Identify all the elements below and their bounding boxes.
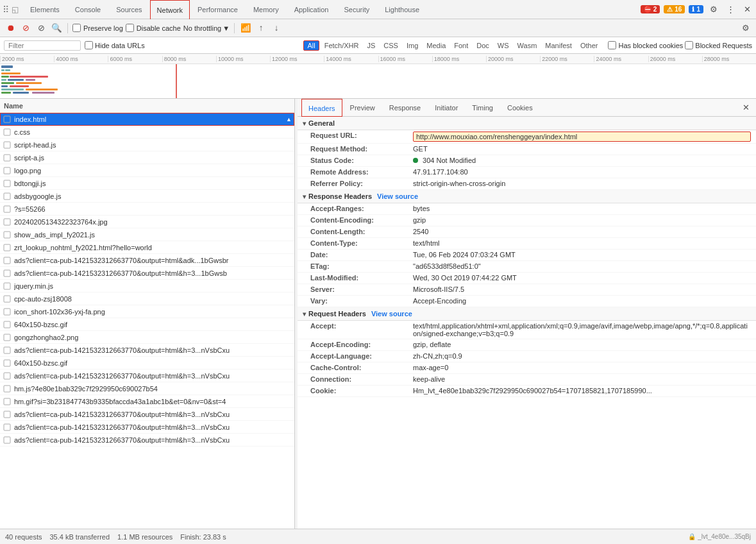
export-button[interactable]: ↓: [270, 22, 283, 35]
status-bar: 40 requests 35.4 kB transferred 1.1 MB r…: [0, 529, 756, 544]
filter-wasm-button[interactable]: Wasm: [514, 41, 541, 50]
file-row-ads2[interactable]: ads?client=ca-pub-1421532312663770&outpu…: [0, 267, 294, 280]
file-row-index-html[interactable]: index.html ▲: [0, 113, 294, 126]
svg-rect-13: [1, 89, 24, 90]
svg-rect-27: [4, 219, 10, 225]
view-source-response-link[interactable]: View source: [377, 192, 418, 200]
svg-rect-7: [8, 79, 24, 81]
hide-data-urls-checkbox[interactable]: [85, 41, 93, 49]
filter-js-button[interactable]: JS: [364, 41, 378, 50]
filter-all-button[interactable]: All: [303, 40, 319, 51]
tab-response[interactable]: Response: [383, 99, 428, 117]
throttle-dropdown[interactable]: No throttling ▼: [183, 24, 230, 32]
search-button[interactable]: 🔍: [50, 22, 63, 35]
svg-rect-6: [1, 79, 6, 81]
file-row-ads7[interactable]: ads?client=ca-pub-1421532312663770&outpu…: [0, 434, 294, 446]
tab-console[interactable]: Console: [67, 0, 108, 19]
blocked-cookies-label[interactable]: Has blocked cookies: [608, 41, 683, 49]
file-row-script-head-js[interactable]: script-head.js: [0, 139, 294, 151]
file-row-icon-short-png[interactable]: icon_short-102x36-yxj-fa.png: [0, 305, 294, 318]
disable-cache-label[interactable]: Disable cache: [126, 24, 181, 32]
filter-manifest-button[interactable]: Manifest: [542, 41, 575, 50]
file-row-gongzhonghao2-png[interactable]: gongzhonghao2.png: [0, 331, 294, 344]
file-row-jquery-min-js[interactable]: jquery.min.js: [0, 280, 294, 293]
filter-img-button[interactable]: Img: [403, 41, 421, 50]
svg-rect-33: [4, 296, 10, 302]
file-row-show-ads-js[interactable]: show_ads_impl_fy2021.js: [0, 228, 294, 241]
file-row-ads3[interactable]: ads?client=ca-pub-1421532312663770&outpu…: [0, 344, 294, 357]
network-settings-button[interactable]: ⚙: [739, 22, 752, 35]
devtools-tab-bar: ⠿ ◱ Elements Console Sources Network Per…: [0, 0, 756, 19]
tab-memory[interactable]: Memory: [246, 0, 287, 19]
blocked-requests-checkbox[interactable]: [685, 41, 693, 49]
hide-data-urls-label[interactable]: Hide data URLs: [85, 41, 145, 49]
stop-button[interactable]: ⊘: [19, 22, 32, 35]
timeline-chart[interactable]: [0, 64, 756, 99]
filter-css-button[interactable]: CSS: [380, 41, 401, 50]
blocked-cookies-checkbox[interactable]: [608, 41, 616, 49]
response-headers-section-header[interactable]: ▾ Response Headers View source: [298, 190, 756, 203]
request-headers-section-header[interactable]: ▾ Request Headers View source: [298, 307, 756, 321]
general-section-header[interactable]: ▾ General: [298, 117, 756, 130]
file-icon-gif3: [3, 397, 12, 406]
more-button[interactable]: ⋮: [724, 3, 737, 16]
file-icon-png2: [3, 307, 12, 316]
tick-9: 20000 ms: [486, 56, 540, 62]
preserve-log-checkbox[interactable]: [72, 24, 81, 32]
tick-1: 4000 ms: [54, 56, 108, 62]
filter-font-button[interactable]: Font: [451, 41, 471, 50]
close-button[interactable]: ✕: [741, 3, 753, 16]
file-row-c-css[interactable]: c.css: [0, 126, 294, 139]
svg-rect-2: [5, 69, 10, 71]
tab-network[interactable]: Network: [150, 0, 190, 19]
tab-preview[interactable]: Preview: [344, 99, 382, 117]
view-source-request-link[interactable]: View source: [371, 310, 412, 318]
file-row-ads5[interactable]: ads?client=ca-pub-1421532312663770&outpu…: [0, 408, 294, 421]
file-row-logo-png[interactable]: logo.png: [0, 164, 294, 177]
tick-10: 22000 ms: [540, 56, 594, 62]
disable-cache-checkbox[interactable]: [126, 24, 134, 32]
filter-input[interactable]: [4, 40, 81, 51]
tab-security[interactable]: Security: [336, 0, 377, 19]
tab-headers[interactable]: Headers: [301, 99, 342, 117]
filter-doc-button[interactable]: Doc: [473, 41, 492, 50]
settings-button[interactable]: ⚙: [707, 3, 720, 16]
tab-cookies[interactable]: Cookies: [501, 99, 539, 117]
file-row-hm-gif[interactable]: hm.gif?si=3b231847743b9335bfaccda43a1abc…: [0, 395, 294, 408]
file-icon-ads5: [3, 410, 12, 419]
file-row-jpg1[interactable]: 20240205134322323764x.jpg: [0, 216, 294, 228]
filter-other-button[interactable]: Other: [577, 41, 601, 50]
filter-button[interactable]: ⊘: [35, 22, 47, 35]
tab-lighthouse[interactable]: Lighthouse: [377, 0, 427, 19]
tab-timing[interactable]: Timing: [466, 99, 500, 117]
tab-elements[interactable]: Elements: [22, 0, 67, 19]
preserve-log-label[interactable]: Preserve log: [72, 24, 123, 32]
file-row-ads4[interactable]: ads?client=ca-pub-1421532312663770&outpu…: [0, 370, 294, 382]
file-row-bdtongji-js[interactable]: bdtongji.js: [0, 177, 294, 190]
file-row-cpc-auto[interactable]: cpc-auto-zsj18008: [0, 293, 294, 305]
tab-performance[interactable]: Performance: [190, 0, 246, 19]
svg-rect-20: [4, 129, 10, 135]
wifi-icon[interactable]: 📶: [239, 22, 252, 35]
undock-icon[interactable]: ◱: [12, 5, 19, 14]
record-button[interactable]: ⏺: [4, 22, 17, 35]
file-row-s-55266[interactable]: ?s=55266: [0, 203, 294, 216]
filter-fetch-xhr-button[interactable]: Fetch/XHR: [321, 41, 362, 50]
file-row-ads6[interactable]: ads?client=ca-pub-1421532312663770&outpu…: [0, 421, 294, 434]
tab-initiator[interactable]: Initiator: [428, 99, 464, 117]
detail-close-button[interactable]: ✕: [739, 101, 752, 114]
file-row-script-a-js[interactable]: script-a.js: [0, 151, 294, 164]
tab-application[interactable]: Application: [287, 0, 337, 19]
file-row-hm-js[interactable]: hm.js?4e80e1bab329c7f2929950c690027b54: [0, 382, 294, 395]
file-row-640x150-bzsc-gif2[interactable]: 640x150-bzsc.gif: [0, 357, 294, 370]
file-row-adsbygoogle-js[interactable]: adsbygoogle.js: [0, 190, 294, 203]
tab-sources[interactable]: Sources: [108, 0, 149, 19]
filter-ws-button[interactable]: WS: [494, 41, 512, 50]
filter-media-button[interactable]: Media: [423, 41, 449, 50]
file-row-640x150-bzsc-gif1[interactable]: 640x150-bzsc.gif: [0, 318, 294, 331]
file-row-zrt-lookup[interactable]: zrt_lookup_nohtml_fy2021.html?hello=worl…: [0, 241, 294, 254]
import-button[interactable]: ↑: [255, 22, 267, 35]
file-row-ads1[interactable]: ads?client=ca-pub-1421532312663770&outpu…: [0, 254, 294, 267]
blocked-requests-label[interactable]: Blocked Requests: [685, 41, 752, 49]
svg-rect-17: [32, 92, 55, 94]
